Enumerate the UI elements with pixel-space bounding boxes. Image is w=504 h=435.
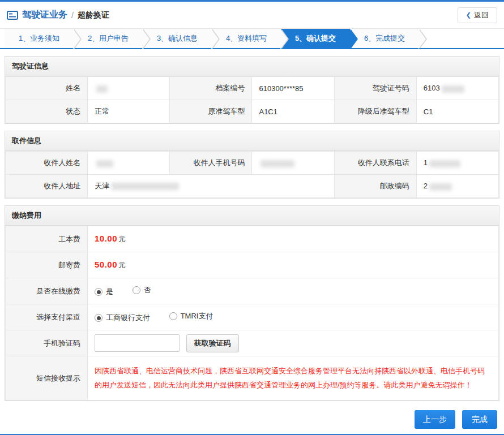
online-pay-label: 是否在线缴费	[6, 278, 88, 304]
license-info-table: 姓名 档案编号 610300****85 驾驶证号码 6103 状态 正常 原准…	[5, 76, 499, 123]
back-label: 返回	[474, 10, 489, 20]
finish-button[interactable]: 完成	[462, 410, 497, 429]
step-label: 6、完成提交	[364, 33, 405, 44]
orig-class-value: A1C1	[252, 100, 334, 123]
pickup-info-table: 收件人姓名 收件人手机号码 收件人联系电话 1 收件人地址 天津 邮政编码 2	[5, 151, 499, 198]
sms-tip-text: 因陕西省联通、电信运营商技术问题，陕西省互联网交通安全综合服务管理平台无法向持陕…	[88, 356, 499, 400]
radio-label: 是	[106, 287, 113, 297]
steps-bar: 1、业务须知 2、用户申告 3、确认信息 4、资料填写 5、确认提交 6、完成提…	[0, 29, 504, 49]
step-3-confirm-info[interactable]: 3、确认信息	[143, 29, 212, 48]
pay-channel-label: 选择支付渠道	[6, 304, 88, 330]
table-row: 邮寄费 50.00元	[6, 252, 499, 278]
sms-code-label: 手机验证码	[6, 330, 88, 356]
recipient-tel-value: 1	[416, 152, 498, 175]
name-value	[88, 77, 170, 100]
step-5-confirm-submit[interactable]: 5、确认提交	[281, 29, 350, 48]
radio-unchecked-icon	[133, 286, 140, 294]
work-fee-amount: 10.00	[95, 234, 117, 243]
radio-unchecked-icon	[169, 312, 177, 320]
step-4-fill-data[interactable]: 4、资料填写	[212, 29, 281, 48]
online-pay-options: 是 否	[88, 278, 499, 304]
section-title: 驾驶证信息	[5, 57, 499, 76]
redacted-value	[260, 160, 294, 167]
step-label: 1、业务须知	[19, 33, 59, 44]
page-header: 驾驶证业务 / 超龄换证 ❮ 返回	[0, 2, 504, 29]
step-label: 4、资料填写	[226, 33, 267, 44]
page-subtitle: 超龄换证	[78, 10, 109, 20]
table-row: 手机验证码 获取验证码	[6, 330, 499, 356]
recipient-phone-label: 收件人手机号码	[170, 152, 252, 175]
step-label: 5、确认提交	[295, 33, 336, 44]
fee-unit: 元	[118, 235, 126, 243]
radio-label: 否	[144, 285, 151, 295]
radio-online-pay-no[interactable]: 否	[133, 285, 151, 295]
file-no-label: 档案编号	[170, 77, 252, 100]
pay-channel-options: 工商银行支付 TMRI支付	[88, 304, 499, 330]
get-sms-code-button[interactable]: 获取验证码	[186, 334, 239, 352]
table-row: 选择支付渠道 工商银行支付 TMRI支付	[6, 304, 499, 330]
radio-channel-tmri[interactable]: TMRI支付	[169, 311, 213, 321]
postcode-label: 邮政编码	[334, 175, 416, 198]
address-value: 天津	[88, 175, 334, 198]
license-service-icon	[7, 11, 18, 20]
fees-table: 工本费 10.00元 邮寄费 50.00元 是否在线缴费 是	[5, 226, 499, 400]
postage-fee-label: 邮寄费	[6, 252, 88, 278]
status-value: 正常	[88, 100, 170, 123]
radio-label: TMRI支付	[181, 311, 213, 321]
back-chevron-icon: ❮	[466, 11, 471, 19]
table-row: 短信接收提示 因陕西省联通、电信运营商技术问题，陕西省互联网交通安全综合服务管理…	[6, 356, 499, 400]
step-6-complete[interactable]: 6、完成提交	[350, 29, 419, 48]
radio-checked-icon	[95, 288, 102, 296]
address-label: 收件人地址	[6, 175, 88, 198]
license-no-label: 驾驶证号码	[334, 77, 416, 100]
status-label: 状态	[6, 100, 88, 123]
postcode-value: 2	[416, 175, 498, 198]
recipient-phone-value	[252, 152, 334, 175]
downgraded-class-value: C1	[416, 100, 498, 123]
table-row: 状态 正常 原准驾车型 A1C1 降级后准驾车型 C1	[6, 100, 499, 123]
redacted-value	[111, 183, 179, 190]
redacted-value	[96, 85, 108, 93]
step-1-notice[interactable]: 1、业务须知	[5, 29, 74, 48]
step-label: 3、确认信息	[157, 33, 198, 44]
recipient-name-label: 收件人姓名	[6, 152, 88, 175]
step-2-declaration[interactable]: 2、用户申告	[74, 29, 143, 48]
table-row: 姓名 档案编号 610300****85 驾驶证号码 6103	[6, 77, 499, 100]
table-row: 收件人姓名 收件人手机号码 收件人联系电话 1	[6, 152, 499, 175]
license-no-value: 6103	[416, 77, 498, 100]
radio-online-pay-yes[interactable]: 是	[95, 287, 113, 297]
license-no-prefix: 6103	[424, 84, 440, 92]
radio-checked-icon	[95, 314, 102, 322]
sms-code-input[interactable]	[95, 334, 180, 352]
title-separator: /	[71, 11, 74, 20]
redacted-value	[442, 85, 464, 93]
recipient-name-value	[88, 152, 170, 175]
work-fee-label: 工本费	[6, 226, 88, 252]
downgraded-class-label: 降级后准驾车型	[334, 100, 416, 123]
page-title: 驾驶证业务	[22, 9, 67, 21]
recipient-tel-prefix: 1	[424, 158, 428, 167]
previous-step-button[interactable]: 上一步	[415, 410, 455, 429]
table-row: 工本费 10.00元	[6, 226, 499, 252]
title-area: 驾驶证业务 / 超龄换证	[7, 9, 109, 21]
section-pickup-info: 取件信息 收件人姓名 收件人手机号码 收件人联系电话 1 收件人地址 天津 邮政…	[5, 131, 499, 199]
section-title: 取件信息	[5, 131, 499, 151]
orig-class-label: 原准驾车型	[170, 100, 252, 123]
redacted-value	[429, 183, 452, 191]
fee-unit: 元	[118, 261, 126, 269]
file-no-value: 610300****85	[252, 77, 334, 100]
section-title: 缴纳费用	[5, 206, 499, 226]
table-row: 是否在线缴费 是 否	[6, 278, 499, 304]
section-license-info: 驾驶证信息 姓名 档案编号 610300****85 驾驶证号码 6103 状态…	[5, 56, 499, 124]
step-label: 2、用户申告	[88, 33, 129, 44]
redacted-value	[429, 160, 460, 167]
back-button[interactable]: ❮ 返回	[458, 7, 497, 23]
address-prefix: 天津	[95, 182, 109, 190]
postage-fee-value: 50.00元	[88, 252, 499, 278]
radio-label: 工商银行支付	[106, 313, 150, 323]
steps-filler	[419, 29, 504, 48]
sms-code-field: 获取验证码	[88, 330, 499, 356]
sms-tip-label: 短信接收提示	[6, 356, 88, 400]
name-label: 姓名	[6, 77, 88, 100]
radio-channel-icbc[interactable]: 工商银行支付	[95, 313, 150, 323]
